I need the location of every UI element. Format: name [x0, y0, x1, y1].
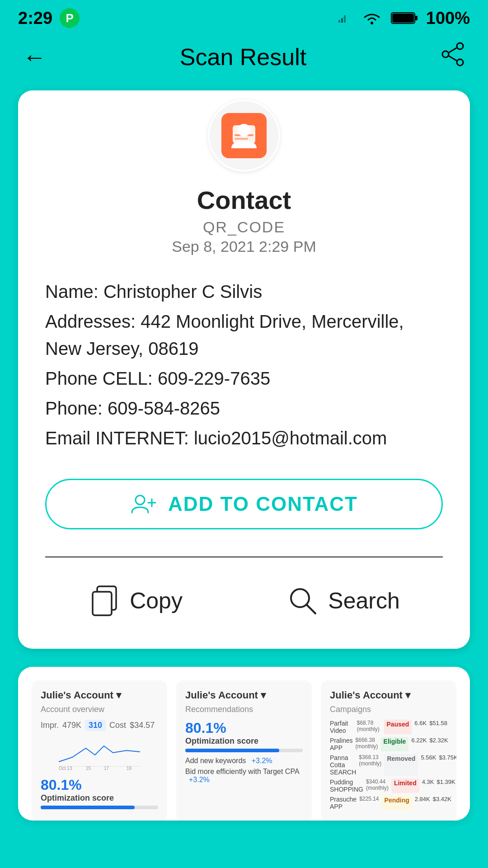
scan-type: QR_CODE: [18, 218, 470, 236]
contact-title: Contact: [18, 185, 470, 215]
copy-button[interactable]: Copy: [79, 580, 192, 622]
svg-line-24: [306, 604, 315, 613]
svg-line-11: [448, 56, 457, 61]
mini-card-3-title: Julie's Account ▾: [330, 689, 447, 701]
svg-point-9: [457, 59, 463, 66]
mini-card-2-title: Julie's Account ▾: [185, 689, 303, 701]
scan-date: Sep 8, 2021 2:29 PM: [18, 238, 470, 255]
copy-label: Copy: [130, 588, 183, 614]
status-left: 2:29 P: [18, 8, 80, 28]
contact-email: Email INTERNET: lucio2015@hotmail.com: [45, 425, 443, 452]
search-icon: [286, 585, 319, 617]
campaign-row: Pudding SHOPPING $340.44 (monthly) Limit…: [330, 778, 447, 793]
mini-chart: Oct 13 15 17 19: [41, 735, 158, 771]
metric-clicks-value: 310: [85, 720, 106, 731]
mini-card-1-sub: Account overview: [41, 705, 158, 714]
status-bar: 2:29 P 100%: [0, 0, 488, 33]
status-right: 100%: [337, 9, 470, 28]
page-title: Scan Result: [180, 43, 306, 71]
mini-card-2: Julie's Account ▾ Recommendations 80.1% …: [176, 680, 312, 821]
svg-rect-17: [233, 146, 255, 147]
mini-card-3: Julie's Account ▾ Campaigns Parfait Vide…: [321, 680, 456, 821]
add-to-contact-button[interactable]: ADD TO CONTACT: [45, 479, 443, 529]
campaign-table: Parfait Video $68.78 (monthly) Paused 6.…: [330, 720, 447, 810]
metric-cost-value: $34.57: [130, 721, 155, 730]
mini-score-2-label: Optimization score: [185, 736, 303, 746]
metric-cost-label: Cost: [109, 721, 126, 730]
svg-rect-22: [93, 592, 112, 615]
avatar: [208, 99, 280, 172]
add-contact-label: ADD TO CONTACT: [168, 493, 358, 515]
scan-result-card: Contact QR_CODE Sep 8, 2021 2:29 PM Name…: [18, 90, 470, 649]
add-person-icon: [130, 493, 157, 515]
svg-rect-6: [392, 14, 414, 23]
share-icon: [440, 42, 465, 67]
mini-card-1: Julie's Account ▾ Account overview Impr.…: [32, 680, 167, 821]
contact-info: Name: Christopher C Silvis Addresses: 44…: [18, 278, 470, 452]
contact-phone: Phone: 609-584-8265: [45, 395, 443, 422]
contact-avatar-icon: [221, 113, 267, 158]
svg-text:19: 19: [127, 766, 132, 771]
mini-card-1-title: Julie's Account ▾: [41, 689, 158, 701]
campaign-row: Prasuche APP $225.14 Pending 2.84K $3.42…: [330, 796, 447, 810]
metric-impr-label: Impr.: [41, 721, 59, 730]
contact-icon: [228, 119, 260, 152]
mini-score-bar-2: [185, 749, 303, 752]
divider: [45, 557, 443, 557]
back-button[interactable]: ←: [23, 45, 46, 69]
signal-icon: [337, 10, 353, 26]
mini-score-1: 80.1%: [41, 777, 82, 793]
mini-score-bar-1: [41, 806, 158, 809]
contact-phone-cell: Phone CELL: 609-229-7635: [45, 365, 443, 392]
campaign-row: Panna Cotta SEARCH $368.13 (monthly) Rem…: [330, 754, 447, 776]
svg-text:17: 17: [104, 766, 109, 771]
mini-card-3-sub: Campaigns: [330, 705, 447, 714]
mini-score-2: 80.1%: [185, 720, 226, 736]
mini-metric-1: Impr. 479K 310 Cost $34.57: [41, 720, 158, 731]
svg-marker-0: [338, 20, 340, 23]
copy-icon: [88, 585, 121, 617]
svg-marker-1: [341, 18, 343, 23]
svg-marker-2: [344, 15, 346, 23]
mini-score-1-label: Optimization score: [41, 793, 158, 803]
second-card-inner: Julie's Account ▾ Account overview Impr.…: [32, 680, 456, 821]
share-button[interactable]: [440, 42, 465, 72]
time-display: 2:29: [18, 9, 52, 28]
svg-point-8: [442, 51, 449, 57]
metric-impr-value: 479K: [62, 721, 81, 730]
svg-rect-5: [415, 16, 418, 20]
svg-point-16: [238, 124, 250, 137]
second-card: Julie's Account ▾ Account overview Impr.…: [18, 667, 470, 821]
contact-address: Addresses: 442 Moonlight Drive, Mercervi…: [45, 308, 443, 362]
top-nav-bar: ← Scan Result: [0, 33, 488, 90]
battery-icon: [391, 11, 418, 25]
svg-text:15: 15: [86, 766, 91, 771]
search-button[interactable]: Search: [277, 580, 408, 622]
svg-point-3: [371, 22, 373, 24]
svg-point-7: [457, 43, 463, 49]
mini-score-fill-2: [185, 749, 279, 752]
campaign-row: Parfait Video $68.78 (monthly) Paused 6.…: [330, 720, 447, 734]
svg-point-18: [136, 495, 145, 505]
parking-icon: P: [60, 8, 80, 28]
contact-name: Name: Christopher C Silvis: [45, 278, 443, 305]
svg-text:Oct 13: Oct 13: [59, 766, 72, 771]
battery-percent: 100%: [426, 9, 470, 28]
campaign-row: Pralines APP $666.38 (monthly) Eligible …: [330, 737, 447, 751]
mini-score-fill-1: [41, 806, 135, 809]
rec-2: Bid more efficiently with Target CPA +3.…: [185, 768, 303, 784]
wifi-icon: [361, 10, 383, 26]
search-label: Search: [328, 588, 399, 614]
rec-1: Add new keywords +3.2%: [185, 757, 303, 765]
bottom-actions: Copy Search: [18, 580, 470, 622]
avatar-wrapper: [18, 99, 470, 172]
mini-card-2-sub: Recommendations: [185, 705, 303, 714]
svg-line-10: [448, 47, 457, 53]
